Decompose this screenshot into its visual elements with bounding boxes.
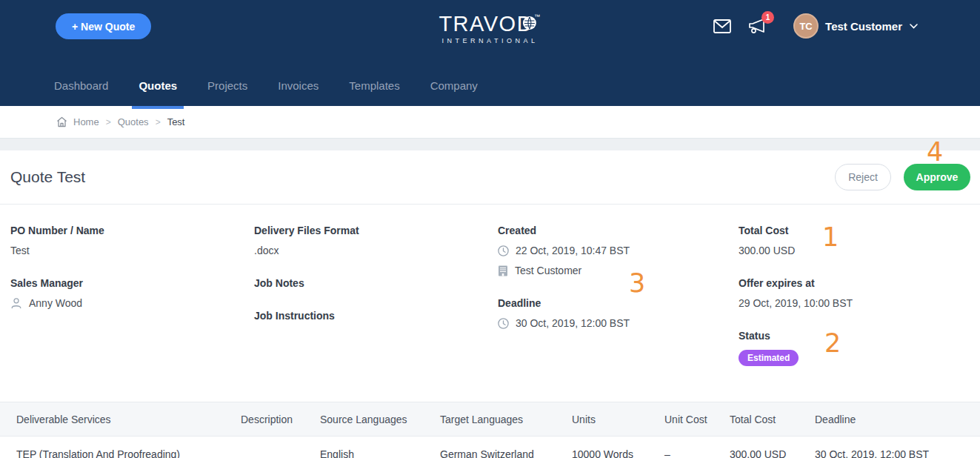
header-right-cluster: 1 TC Test Customer — [713, 13, 918, 39]
cell-target-languages: German Switzerland — [424, 437, 556, 458]
total-cost-value: 300.00 USD — [739, 245, 980, 256]
deadline-date: 30 Oct, 2019, 12:00 BST — [498, 317, 739, 329]
travod-logo: TRAVOD ™ INTERNATIONAL — [439, 12, 541, 44]
status-field: Status Estimated — [739, 330, 980, 366]
cell-deadline: 30 Oct, 2019, 12:00 BST — [799, 437, 980, 458]
offer-expires-field: Offer expires at 29 Oct, 2019, 10:00 BST — [739, 277, 980, 309]
top-header: + New Quote TRAVOD ™ INTERNATIONAL 1 TC … — [0, 0, 980, 106]
col-source-languages: Source Languages — [304, 402, 424, 437]
user-menu[interactable]: TC Test Customer — [793, 13, 918, 39]
nav-dashboard[interactable]: Dashboard — [54, 79, 108, 106]
megaphone-icon[interactable]: 1 — [747, 18, 767, 35]
nav-templates[interactable]: Templates — [349, 79, 399, 106]
col-unit-cost: Unit Cost — [648, 402, 713, 437]
globe-leaf-icon — [522, 16, 537, 30]
new-quote-button[interactable]: + New Quote — [56, 13, 151, 39]
col-description: Description — [224, 402, 304, 437]
offer-expires-label: Offer expires at — [739, 277, 980, 289]
approve-button[interactable]: Approve — [904, 164, 970, 190]
deadline-field: Deadline 30 Oct, 2019, 12:00 BST — [498, 297, 739, 329]
quote-card: Quote Test Reject Approve PO Number / Na… — [0, 150, 980, 458]
breadcrumb-separator: > — [106, 117, 111, 127]
cell-source-languages: English — [304, 437, 424, 458]
cell-total-cost: 300.00 USD — [713, 437, 799, 458]
table-row[interactable]: TEP (Translation And Proofreading) Engli… — [0, 437, 980, 458]
job-instructions-label: Job Instructions — [254, 310, 498, 322]
person-icon — [10, 297, 22, 309]
notification-badge: 1 — [761, 11, 774, 24]
details-col-1: PO Number / Name Test Sales Manager Anny… — [10, 225, 254, 387]
breadcrumb-current: Test — [167, 116, 185, 127]
breadcrumb-home[interactable]: Home — [73, 116, 99, 127]
breadcrumb-separator: > — [156, 117, 161, 127]
services-table: Deliverable Services Description Source … — [0, 402, 980, 458]
created-date: 22 Oct, 2019, 10:47 BST — [498, 245, 739, 256]
sales-manager-label: Sales Manager — [10, 277, 254, 289]
created-by: Test Customer — [498, 265, 739, 276]
logo-globe-d: D — [517, 12, 533, 36]
delivery-format-value: .docx — [254, 245, 498, 256]
col-units: Units — [556, 402, 648, 437]
clock-icon — [498, 318, 509, 329]
section-gap — [0, 139, 980, 150]
delivery-format-label: Delivery Files Format — [254, 225, 498, 236]
page-title: Quote Test — [10, 168, 85, 186]
job-notes-label: Job Notes — [254, 277, 498, 289]
breadcrumb-quotes[interactable]: Quotes — [118, 116, 149, 127]
logo-wordmark: TRAVOD ™ — [439, 12, 541, 36]
cell-description — [224, 437, 304, 458]
total-cost-label: Total Cost — [739, 225, 980, 236]
offer-expires-value: 29 Oct, 2019, 10:00 BST — [739, 297, 980, 309]
nav-projects[interactable]: Projects — [207, 79, 247, 106]
logo-subtitle: INTERNATIONAL — [439, 37, 541, 44]
quote-details: PO Number / Name Test Sales Manager Anny… — [0, 205, 980, 402]
sales-manager-field: Sales Manager Anny Wood — [10, 277, 254, 309]
deadline-label: Deadline — [498, 297, 739, 309]
home-icon[interactable] — [56, 116, 67, 127]
user-name: Test Customer — [825, 20, 902, 33]
details-col-3: Created 22 Oct, 2019, 10:47 BST Test Cus… — [498, 225, 739, 387]
created-field: Created 22 Oct, 2019, 10:47 BST Test Cus… — [498, 225, 739, 276]
delivery-format-field: Delivery Files Format .docx — [254, 225, 498, 256]
breadcrumb: Home > Quotes > Test — [0, 106, 980, 139]
avatar: TC — [793, 13, 819, 39]
po-number-field: PO Number / Name Test — [10, 225, 254, 256]
created-label: Created — [498, 225, 739, 236]
cell-units: 10000 Words — [556, 437, 648, 458]
nav-quotes[interactable]: Quotes — [139, 79, 177, 106]
nav-company[interactable]: Company — [430, 79, 478, 106]
po-number-label: PO Number / Name — [10, 225, 254, 236]
nav-invoices[interactable]: Invoices — [278, 79, 319, 106]
col-deliverable-services: Deliverable Services — [0, 402, 224, 437]
status-label: Status — [739, 330, 980, 342]
table-header-row: Deliverable Services Description Source … — [0, 402, 980, 437]
cell-deliverable-services: TEP (Translation And Proofreading) — [0, 437, 224, 458]
reject-button[interactable]: Reject — [835, 164, 891, 190]
job-notes-field: Job Notes — [254, 277, 498, 289]
col-deadline: Deadline — [799, 402, 980, 437]
col-target-languages: Target Languages — [424, 402, 556, 437]
mail-icon[interactable] — [713, 19, 731, 33]
title-actions: Reject Approve — [835, 164, 970, 190]
cell-unit-cost: – — [648, 437, 713, 458]
total-cost-field: Total Cost 300.00 USD — [739, 225, 980, 256]
status-badge: Estimated — [739, 350, 799, 366]
chevron-down-icon — [910, 24, 918, 29]
job-instructions-field: Job Instructions — [254, 310, 498, 322]
details-col-4: Total Cost 300.00 USD Offer expires at 2… — [739, 225, 980, 387]
clock-icon — [498, 245, 509, 256]
sales-manager-value: Anny Wood — [10, 297, 254, 309]
po-number-value: Test — [10, 245, 254, 256]
main-nav: Dashboard Quotes Projects Invoices Templ… — [54, 79, 478, 106]
details-col-2: Delivery Files Format .docx Job Notes Jo… — [254, 225, 498, 387]
col-total-cost: Total Cost — [713, 402, 799, 437]
title-row: Quote Test Reject Approve — [0, 150, 980, 205]
logo-text: TRAVO — [439, 12, 516, 36]
company-icon — [498, 265, 508, 276]
